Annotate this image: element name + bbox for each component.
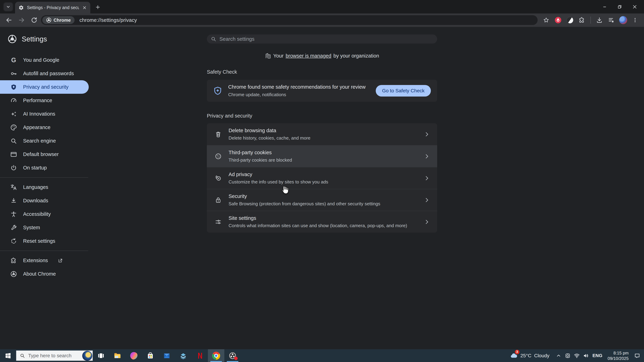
settings-page: Settings G You and Google Autofill and p… — [0, 27, 644, 349]
tray-expand-chevron[interactable] — [554, 354, 563, 358]
bookmark-star-icon[interactable] — [541, 15, 551, 25]
tab-close-icon[interactable] — [82, 5, 87, 10]
weather-badge: 3 — [515, 350, 520, 354]
row-subtitle: Customize the info used by sites to show… — [228, 179, 328, 185]
safety-check-subtitle: Chrome update, notifications — [228, 92, 366, 97]
taskbar-search-box[interactable]: Type here to search — [16, 351, 93, 361]
chrome-logo-icon — [46, 17, 52, 23]
trash-icon — [214, 131, 222, 138]
obs-icon[interactable] — [224, 349, 241, 362]
row-third-party-cookies[interactable]: Third-party cookies Third-party cookies … — [207, 145, 437, 167]
row-title: Ad privacy — [228, 172, 328, 177]
row-subtitle: Controls what information sites can use … — [228, 223, 407, 228]
row-subtitle: Third-party cookies are blocked — [228, 157, 292, 163]
settings-gear-icon — [18, 5, 24, 10]
tray-device-icon[interactable] — [563, 353, 572, 359]
restore-button[interactable] — [612, 0, 627, 13]
kebab-menu-icon[interactable] — [630, 15, 640, 25]
active-tab[interactable]: Settings - Privacy and security — [15, 2, 90, 13]
file-explorer-icon[interactable] — [109, 349, 126, 362]
clock-date: 09/10/2025 — [608, 356, 628, 361]
search-icon — [20, 353, 25, 358]
reading-list-icon[interactable] — [606, 15, 616, 25]
taskbar-clock[interactable]: 8:15 pm 09/10/2025 — [604, 350, 632, 361]
organization-building-icon — [265, 53, 271, 59]
task-view-button[interactable] — [93, 349, 109, 362]
tab-search-button[interactable] — [3, 2, 13, 11]
screen: Settings - Privacy and security — [0, 0, 644, 362]
running-indicator — [210, 361, 222, 362]
microsoft-store-icon[interactable] — [142, 349, 158, 362]
privacy-settings-card: Delete browsing data Delete history, coo… — [207, 123, 437, 233]
row-site-settings[interactable]: Site settings Controls what information … — [207, 211, 437, 233]
settings-content: Search settings Your browser is managed … — [0, 27, 644, 349]
weather-temp: 25°C — [520, 353, 532, 359]
row-security[interactable]: Security Safe Browsing (protection from … — [207, 189, 437, 211]
running-indicator — [227, 361, 238, 362]
downloads-icon[interactable] — [594, 15, 604, 25]
tune-sliders-icon — [214, 218, 222, 225]
toolbar-separator — [590, 16, 591, 23]
cookie-icon — [214, 153, 222, 160]
address-bar[interactable]: Chrome chrome://settings/privacy — [41, 15, 538, 25]
row-delete-browsing-data[interactable]: Delete browsing data Delete history, coo… — [207, 123, 437, 145]
chevron-right-icon — [424, 153, 430, 159]
managed-link[interactable]: browser is managed — [286, 53, 331, 59]
extensions-puzzle-icon[interactable] — [577, 15, 587, 25]
search-icon — [211, 36, 216, 42]
cloud-weather-icon: 3 — [510, 352, 518, 360]
chevron-right-icon — [424, 197, 430, 203]
profile-avatar[interactable] — [618, 15, 628, 25]
ad-privacy-eye-icon — [214, 175, 222, 182]
tab-title: Settings - Privacy and security — [27, 5, 79, 10]
close-button[interactable] — [627, 0, 642, 13]
safety-check-title: Chrome found some safety recommendations… — [228, 84, 366, 90]
chrome-taskbar-icon[interactable] — [208, 349, 224, 362]
go-to-safety-check-button[interactable]: Go to Safety Check — [376, 85, 431, 96]
extension-red-icon[interactable] — [553, 15, 563, 25]
browser-toolbar: Chrome chrome://settings/privacy — [0, 13, 644, 27]
dark-mode-extension-icon[interactable] — [565, 15, 575, 25]
managed-text-prefix: Your — [273, 53, 284, 59]
mail-icon[interactable] — [158, 349, 175, 362]
forward-button[interactable] — [16, 15, 26, 25]
row-title: Security — [228, 193, 380, 199]
search-highlight-image[interactable] — [82, 351, 92, 361]
row-ad-privacy[interactable]: Ad privacy Customize the info used by si… — [207, 167, 437, 189]
clock-time: 8:15 pm — [608, 350, 628, 356]
row-subtitle: Safe Browsing (protection from dangerous… — [228, 201, 380, 207]
chevron-right-icon — [424, 219, 430, 225]
netflix-icon[interactable] — [192, 349, 208, 362]
row-title: Delete browsing data — [228, 128, 310, 133]
row-subtitle: Delete history, cookies, cache, and more — [228, 135, 310, 141]
language-indicator[interactable]: ENG — [590, 353, 604, 358]
windows-taskbar: Type here to search — [0, 349, 644, 362]
weather-condition: Cloudy — [534, 353, 549, 359]
safety-check-heading: Safety Check — [207, 69, 437, 75]
safety-shield-icon — [213, 86, 222, 95]
recording-badge — [234, 357, 238, 360]
new-tab-button[interactable] — [94, 3, 102, 11]
site-chip[interactable]: Chrome — [42, 16, 74, 24]
browser-titlebar: Settings - Privacy and security — [0, 0, 644, 13]
chevron-stack-app-icon[interactable] — [175, 349, 192, 362]
managed-banner: Your browser is managed by your organiza… — [207, 53, 437, 59]
chevron-down-icon — [6, 4, 10, 9]
start-button[interactable] — [0, 349, 16, 362]
row-title: Third-party cookies — [228, 150, 292, 155]
wifi-icon[interactable] — [572, 353, 581, 359]
reload-button[interactable] — [29, 15, 39, 25]
chevron-right-icon — [424, 131, 430, 137]
chevron-right-icon — [424, 175, 430, 181]
speaker-icon[interactable] — [581, 353, 590, 359]
copilot-icon[interactable] — [126, 349, 142, 362]
taskbar-weather[interactable]: 3 25°C Cloudy — [506, 352, 554, 360]
privacy-section-heading: Privacy and security — [207, 113, 437, 119]
window-controls — [597, 0, 642, 13]
minimize-button[interactable] — [597, 0, 612, 13]
action-center-icon[interactable] — [632, 353, 642, 359]
search-settings-input[interactable]: Search settings — [207, 34, 437, 43]
managed-text-suffix: by your organization — [334, 53, 379, 59]
back-button[interactable] — [4, 15, 14, 25]
search-placeholder: Search settings — [220, 36, 254, 42]
